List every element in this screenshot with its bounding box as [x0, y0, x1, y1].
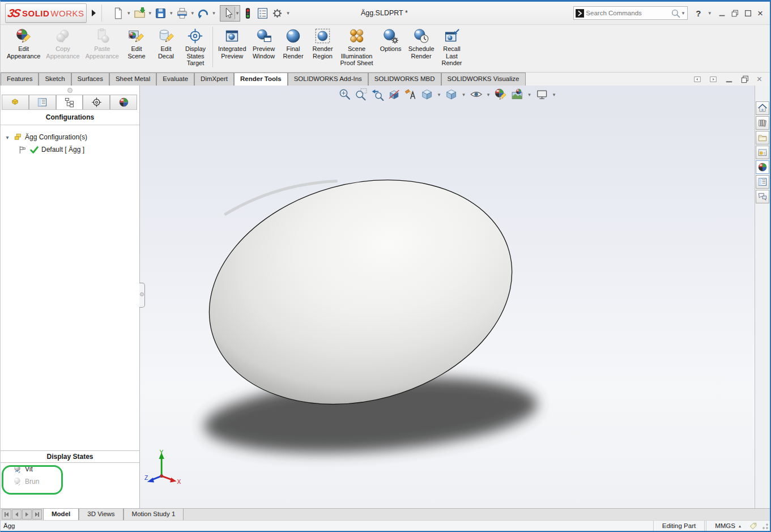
first-tab-button[interactable]: [2, 509, 11, 520]
design-library-button[interactable]: [756, 116, 769, 130]
model-tab[interactable]: Model: [43, 509, 79, 520]
tab-solidworks-visualize[interactable]: SOLIDWORKS Visualize: [441, 73, 526, 86]
dimxpert-manager-tab[interactable]: [83, 95, 110, 109]
next-tab-button[interactable]: [22, 509, 32, 520]
hide-show-caret-icon[interactable]: ▾: [487, 92, 490, 97]
select-dropdown-caret-icon[interactable]: ▾: [235, 7, 240, 19]
help-button[interactable]: ?: [696, 8, 701, 18]
open-button[interactable]: [133, 6, 147, 21]
render-region-button[interactable]: Render Region: [308, 27, 338, 61]
view-settings-button[interactable]: [535, 87, 549, 101]
open-dropdown-caret-icon[interactable]: ▾: [149, 10, 152, 16]
search-dropdown-caret-icon[interactable]: ▾: [682, 10, 685, 16]
hide-show-items-button[interactable]: [469, 87, 483, 101]
schedule-render-button[interactable]: Schedule Render: [406, 27, 437, 61]
tab-dimxpert[interactable]: DimXpert: [194, 73, 234, 86]
undo-button[interactable]: [196, 6, 210, 21]
print-dropdown-caret-icon[interactable]: ▾: [191, 10, 194, 16]
document-restore-button[interactable]: [741, 75, 749, 83]
document-minimize-button[interactable]: [725, 75, 733, 83]
solidworks-logo[interactable]: 3S SOLIDWORKS: [5, 3, 87, 23]
tab-sketch[interactable]: Sketch: [39, 73, 71, 86]
render-options-button[interactable]: Options: [376, 27, 406, 54]
select-button[interactable]: [220, 6, 235, 21]
tab-evaluate[interactable]: Evaluate: [156, 73, 194, 86]
edit-scene-button[interactable]: Edit Scene: [122, 27, 151, 61]
resource-monitor-button[interactable]: [241, 6, 255, 21]
close-button[interactable]: ×: [757, 10, 763, 17]
search-input[interactable]: [585, 9, 670, 17]
print-button[interactable]: [175, 6, 189, 21]
save-dropdown-caret-icon[interactable]: ▾: [170, 10, 173, 16]
search-icon[interactable]: [671, 8, 680, 18]
display-style-button[interactable]: [444, 87, 458, 101]
appearances-scenes-button[interactable]: [756, 160, 769, 174]
edit-decal-button[interactable]: Edit Decal: [151, 27, 181, 61]
view-palette-button[interactable]: [756, 146, 769, 159]
tree-row-default-configuration[interactable]: Default [ Ägg ]: [4, 143, 139, 156]
search-flyout-icon[interactable]: [575, 8, 585, 18]
units-selector[interactable]: MMGS▴: [707, 522, 749, 529]
3d-views-tab[interactable]: 3D Views: [79, 509, 123, 520]
display-states-target-button[interactable]: Display States Target: [181, 27, 210, 68]
options-gear-button[interactable]: [270, 6, 284, 21]
view-orientation-button[interactable]: [420, 87, 434, 101]
view-settings-caret-icon[interactable]: ▾: [553, 92, 556, 97]
custom-properties-button[interactable]: [756, 175, 769, 189]
tab-solidworks-mbd[interactable]: SOLIDWORKS MBD: [368, 73, 441, 86]
tab-features[interactable]: Features: [1, 73, 39, 86]
final-render-button[interactable]: Final Render: [279, 27, 308, 61]
last-tab-button[interactable]: [32, 509, 42, 520]
forum-button[interactable]: [756, 190, 769, 203]
feature-manager-tab[interactable]: [2, 95, 29, 109]
display-state-brun[interactable]: Brun: [1, 475, 139, 488]
display-style-caret-icon[interactable]: ▾: [462, 92, 465, 97]
document-close-button[interactable]: ×: [757, 75, 762, 83]
resize-grip[interactable]: [761, 522, 769, 530]
display-manager-tab[interactable]: [110, 95, 137, 109]
tab-sheet-metal[interactable]: Sheet Metal: [109, 73, 156, 86]
home-tab-button[interactable]: [756, 101, 769, 115]
configuration-manager-tab[interactable]: [56, 95, 83, 109]
zoom-to-area-button[interactable]: [354, 87, 368, 101]
collapse-left-pane-button[interactable]: [693, 75, 701, 83]
collapse-arrow-icon[interactable]: ▾: [4, 134, 11, 141]
annotation-views-button[interactable]: [403, 87, 418, 101]
menu-flyout-button[interactable]: [89, 5, 102, 22]
restore-button[interactable]: [731, 10, 739, 17]
view-orientation-caret-icon[interactable]: ▾: [438, 92, 441, 97]
recall-last-render-button[interactable]: Recall Last Render: [437, 27, 467, 68]
expand-right-pane-button[interactable]: [709, 75, 717, 83]
save-button[interactable]: [154, 6, 168, 21]
undo-dropdown-caret-icon[interactable]: ▾: [212, 10, 215, 16]
preview-window-button[interactable]: Preview Window: [249, 27, 279, 61]
apply-scene-button[interactable]: [510, 87, 524, 101]
panel-splitter-handle[interactable]: [139, 283, 145, 308]
apply-scene-caret-icon[interactable]: ▾: [528, 92, 531, 97]
scene-illumination-proof-sheet-button[interactable]: Scene Illumination Proof Sheet: [338, 27, 376, 68]
new-document-button[interactable]: [111, 6, 125, 21]
integrated-preview-button[interactable]: Integrated Preview: [215, 27, 249, 61]
section-view-button[interactable]: [387, 87, 401, 101]
new-dropdown-caret-icon[interactable]: ▾: [127, 10, 130, 16]
minimize-button[interactable]: [718, 10, 726, 17]
previous-tab-button[interactable]: [12, 509, 22, 520]
motion-study-tab[interactable]: Motion Study 1: [123, 509, 184, 520]
file-explorer-button[interactable]: [756, 131, 769, 144]
display-state-vit[interactable]: Vit: [1, 463, 139, 475]
panel-splitter-dot[interactable]: [67, 88, 73, 93]
property-manager-tab[interactable]: [29, 95, 56, 109]
help-dropdown-caret-icon[interactable]: ▾: [709, 10, 712, 16]
edit-appearance-hud-button[interactable]: [493, 87, 508, 101]
command-manager-settings-button[interactable]: [255, 6, 270, 21]
zoom-to-fit-button[interactable]: [338, 87, 352, 101]
previous-view-button[interactable]: [370, 87, 385, 101]
tag-icon[interactable]: [749, 522, 757, 530]
edit-appearance-button[interactable]: Edit Appearance: [4, 27, 43, 61]
tab-solidworks-add-ins[interactable]: SOLIDWORKS Add-Ins: [288, 73, 368, 86]
maximize-button[interactable]: [744, 10, 752, 17]
options-dropdown-caret-icon[interactable]: ▾: [287, 10, 289, 16]
tab-surfaces[interactable]: Surfaces: [71, 73, 109, 86]
tree-row-configurations-root[interactable]: ▾ Ägg Configuration(s): [4, 131, 139, 143]
tab-render-tools[interactable]: Render Tools: [234, 73, 288, 86]
